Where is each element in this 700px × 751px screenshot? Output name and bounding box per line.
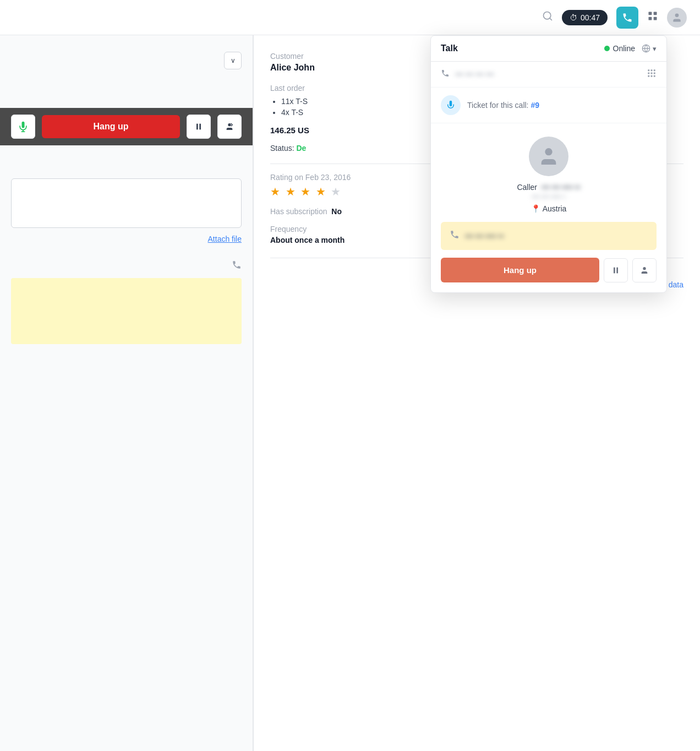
phone-banner: ••• ••• •••• •• bbox=[441, 222, 657, 250]
status-label: Status: bbox=[270, 144, 294, 153]
svg-rect-20 bbox=[648, 75, 649, 77]
talk-title: Talk bbox=[441, 43, 458, 53]
mic-circle bbox=[441, 95, 461, 115]
transfer-button[interactable] bbox=[217, 115, 242, 139]
subscription-label: Has subscription bbox=[270, 207, 327, 216]
online-label: Online bbox=[613, 44, 635, 53]
attach-file-link[interactable]: Attach file bbox=[11, 235, 242, 243]
svg-rect-5 bbox=[654, 17, 657, 20]
call-timer: ⏱ 00:47 bbox=[562, 10, 608, 25]
subscription-value: No bbox=[331, 207, 342, 216]
online-status: Online bbox=[604, 44, 635, 53]
svg-rect-4 bbox=[649, 17, 652, 20]
ticket-text: Ticket for this call: #9 bbox=[467, 101, 539, 110]
reply-textarea[interactable] bbox=[11, 178, 242, 228]
pause-button[interactable] bbox=[187, 115, 211, 139]
chevron-button[interactable]: ∨ bbox=[224, 52, 242, 69]
caller-section: Caller ••• ••• •••• •• ••• ••• •••• • 📍 … bbox=[431, 123, 666, 222]
ticket-row: Ticket for this call: #9 bbox=[431, 88, 666, 123]
svg-rect-16 bbox=[654, 69, 655, 71]
caller-label: Caller bbox=[517, 183, 537, 192]
talk-hangup-button[interactable]: Hang up bbox=[441, 258, 599, 282]
star-1: ★ bbox=[270, 186, 281, 198]
talk-panel-header: Talk Online ▾ bbox=[431, 36, 666, 62]
caller-name-blurred: ••• ••• •••• •• bbox=[542, 183, 581, 192]
svg-rect-2 bbox=[649, 12, 652, 15]
incoming-phone-icon bbox=[232, 260, 242, 273]
reply-area: Attach file bbox=[11, 178, 242, 243]
online-dot bbox=[604, 46, 610, 51]
talk-pause-button[interactable] bbox=[604, 258, 628, 282]
mic-button[interactable] bbox=[11, 115, 35, 139]
clock-icon: ⏱ bbox=[570, 13, 577, 22]
svg-rect-15 bbox=[651, 69, 653, 71]
talk-action-row: Hang up bbox=[431, 258, 666, 292]
ticket-label: Ticket for this call: bbox=[467, 101, 529, 110]
svg-point-6 bbox=[675, 13, 679, 17]
phone-icon-row bbox=[0, 254, 253, 278]
yellow-note-area[interactable] bbox=[11, 278, 242, 344]
left-panel: ∨ Hang up bbox=[0, 35, 253, 751]
svg-rect-9 bbox=[196, 124, 198, 130]
svg-rect-3 bbox=[654, 12, 657, 15]
svg-rect-18 bbox=[651, 73, 653, 74]
topbar: ⏱ 00:47 bbox=[0, 0, 700, 35]
location-pin-icon: 📍 bbox=[531, 204, 540, 213]
status-value: De bbox=[296, 144, 306, 153]
phone-banner-number-blurred: ••• ••• •••• •• bbox=[465, 232, 504, 241]
globe-button[interactable]: ▾ bbox=[642, 44, 657, 53]
caller-sub-blurred: ••• ••• •••• • bbox=[532, 193, 566, 201]
svg-rect-14 bbox=[648, 69, 649, 71]
svg-rect-25 bbox=[616, 267, 618, 273]
chevron-container: ∨ bbox=[0, 46, 253, 75]
outgoing-call-icon bbox=[441, 69, 450, 80]
svg-point-26 bbox=[643, 267, 646, 270]
hangup-button[interactable]: Hang up bbox=[42, 115, 180, 138]
country-name: Austria bbox=[543, 204, 567, 213]
active-call-button[interactable] bbox=[616, 7, 638, 29]
caller-label-row: Caller ••• ••• •••• •• bbox=[517, 183, 580, 192]
chevron-down-icon: ∨ bbox=[231, 57, 236, 64]
timer-display: 00:47 bbox=[581, 13, 600, 22]
globe-chevron: ▾ bbox=[653, 45, 657, 53]
svg-rect-10 bbox=[199, 124, 201, 130]
user-avatar[interactable] bbox=[667, 8, 687, 28]
caller-country: 📍 Austria bbox=[531, 204, 567, 213]
phone-number-blurred: ••• ••• ••• ••• bbox=[455, 70, 494, 79]
caller-avatar bbox=[529, 137, 568, 176]
star-2: ★ bbox=[286, 186, 297, 198]
star-4: ★ bbox=[316, 186, 327, 198]
svg-rect-17 bbox=[648, 73, 649, 74]
search-icon[interactable] bbox=[542, 10, 553, 24]
svg-point-11 bbox=[228, 123, 231, 126]
star-5-empty: ★ bbox=[331, 186, 342, 198]
svg-rect-22 bbox=[654, 75, 655, 77]
talk-panel: Talk Online ▾ ••• ••• ••• ••• bbox=[430, 35, 667, 293]
star-3: ★ bbox=[300, 186, 311, 198]
ticket-link[interactable]: #9 bbox=[531, 101, 539, 110]
phone-banner-icon bbox=[450, 230, 460, 242]
svg-line-1 bbox=[550, 18, 552, 20]
svg-rect-24 bbox=[614, 267, 615, 273]
talk-phone-row: ••• ••• ••• ••• bbox=[431, 62, 666, 88]
svg-rect-19 bbox=[654, 73, 655, 74]
numpad-icon[interactable] bbox=[647, 68, 657, 80]
talk-transfer-button[interactable] bbox=[632, 258, 657, 282]
svg-point-23 bbox=[545, 148, 552, 155]
svg-rect-21 bbox=[651, 75, 653, 77]
grid-icon[interactable] bbox=[647, 10, 658, 24]
call-bar: Hang up bbox=[0, 108, 253, 145]
